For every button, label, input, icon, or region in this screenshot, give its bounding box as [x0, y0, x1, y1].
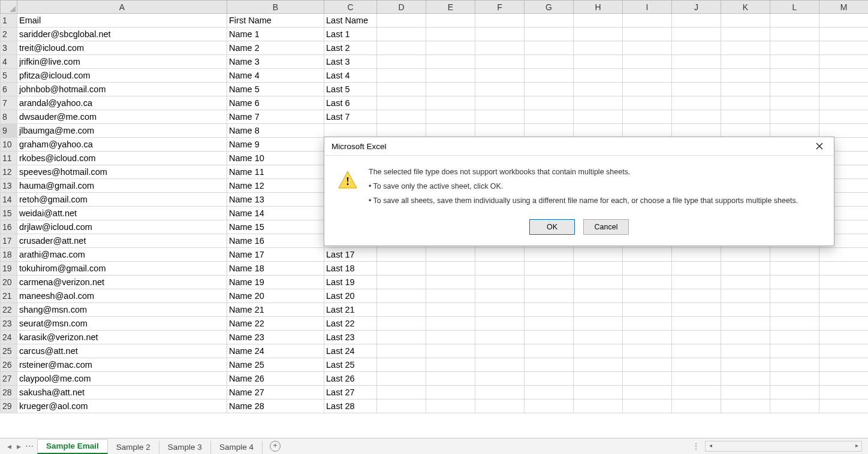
cell-G9[interactable] [525, 124, 574, 138]
cell-L6[interactable] [770, 83, 819, 96]
cell-J26[interactable] [672, 358, 721, 372]
cell-G25[interactable] [525, 344, 574, 358]
row-header-13[interactable]: 13 [1, 179, 17, 193]
cell-H25[interactable] [574, 344, 623, 358]
scroll-track[interactable] [715, 442, 852, 450]
cell-E27[interactable] [426, 372, 475, 386]
cell-M22[interactable] [819, 303, 869, 317]
cell-E28[interactable] [426, 386, 475, 399]
column-header-F[interactable]: F [475, 1, 525, 14]
row-header-17[interactable]: 17 [1, 234, 17, 248]
cell-E18[interactable] [426, 248, 475, 262]
cell-L9[interactable] [770, 124, 819, 138]
cell-A27[interactable]: claypool@me.com [17, 372, 227, 386]
cell-C29[interactable]: Last 28 [324, 399, 377, 413]
cell-B13[interactable]: Name 12 [227, 179, 324, 193]
cell-M9[interactable] [819, 124, 869, 138]
cell-G19[interactable] [525, 262, 574, 276]
cell-D18[interactable] [377, 248, 426, 262]
cell-F8[interactable] [475, 110, 525, 124]
row-header-28[interactable]: 28 [1, 386, 17, 399]
cell-C1[interactable]: Last Name [324, 14, 377, 28]
row-header-2[interactable]: 2 [1, 28, 17, 41]
cell-I18[interactable] [623, 248, 672, 262]
cell-K7[interactable] [721, 96, 770, 110]
cell-M23[interactable] [819, 317, 869, 331]
cell-J6[interactable] [672, 83, 721, 96]
cell-H26[interactable] [574, 358, 623, 372]
cell-C5[interactable]: Last 4 [324, 69, 377, 83]
cell-H4[interactable] [574, 55, 623, 69]
cell-G6[interactable] [525, 83, 574, 96]
cell-M18[interactable] [819, 248, 869, 262]
cell-K1[interactable] [721, 14, 770, 28]
cell-H5[interactable] [574, 69, 623, 83]
cell-B29[interactable]: Name 28 [227, 399, 324, 413]
cell-L26[interactable] [770, 358, 819, 372]
cell-C18[interactable]: Last 17 [324, 248, 377, 262]
cell-E26[interactable] [426, 358, 475, 372]
cell-A3[interactable]: treit@icloud.com [17, 41, 227, 55]
cancel-button[interactable]: Cancel [583, 219, 629, 235]
cell-B5[interactable]: Name 4 [227, 69, 324, 83]
column-header-L[interactable]: L [770, 1, 819, 14]
cell-D20[interactable] [377, 276, 426, 289]
cell-K2[interactable] [721, 28, 770, 41]
cell-G26[interactable] [525, 358, 574, 372]
cell-B11[interactable]: Name 10 [227, 152, 324, 165]
cell-I1[interactable] [623, 14, 672, 28]
cell-G29[interactable] [525, 399, 574, 413]
dialog-close-button[interactable] [811, 140, 828, 153]
cell-C20[interactable]: Last 19 [324, 276, 377, 289]
cell-E24[interactable] [426, 331, 475, 344]
cell-I3[interactable] [623, 41, 672, 55]
cell-F2[interactable] [475, 28, 525, 41]
cell-A2[interactable]: saridder@sbcglobal.net [17, 28, 227, 41]
cell-A8[interactable]: dwsauder@me.com [17, 110, 227, 124]
cell-A28[interactable]: sakusha@att.net [17, 386, 227, 399]
cell-K8[interactable] [721, 110, 770, 124]
cell-K21[interactable] [721, 289, 770, 303]
cell-I23[interactable] [623, 317, 672, 331]
cell-C26[interactable]: Last 25 [324, 358, 377, 372]
cell-I28[interactable] [623, 386, 672, 399]
cell-E23[interactable] [426, 317, 475, 331]
cell-F22[interactable] [475, 303, 525, 317]
cell-C7[interactable]: Last 6 [324, 96, 377, 110]
cell-C9[interactable] [324, 124, 377, 138]
cell-F7[interactable] [475, 96, 525, 110]
row-header-22[interactable]: 22 [1, 303, 17, 317]
row-header-29[interactable]: 29 [1, 399, 17, 413]
row-header-4[interactable]: 4 [1, 55, 17, 69]
cell-K5[interactable] [721, 69, 770, 83]
cell-K24[interactable] [721, 331, 770, 344]
cell-D5[interactable] [377, 69, 426, 83]
cell-M4[interactable] [819, 55, 869, 69]
cell-D7[interactable] [377, 96, 426, 110]
cell-K26[interactable] [721, 358, 770, 372]
cell-H1[interactable] [574, 14, 623, 28]
row-header-11[interactable]: 11 [1, 152, 17, 165]
cell-A24[interactable]: karasik@verizon.net [17, 331, 227, 344]
cell-G2[interactable] [525, 28, 574, 41]
cell-K29[interactable] [721, 399, 770, 413]
cell-C25[interactable]: Last 24 [324, 344, 377, 358]
cell-L8[interactable] [770, 110, 819, 124]
cell-B26[interactable]: Name 25 [227, 358, 324, 372]
cell-F23[interactable] [475, 317, 525, 331]
cell-E19[interactable] [426, 262, 475, 276]
row-header-19[interactable]: 19 [1, 262, 17, 276]
cell-J3[interactable] [672, 41, 721, 55]
cell-A16[interactable]: drjlaw@icloud.com [17, 220, 227, 234]
cell-D23[interactable] [377, 317, 426, 331]
cell-J23[interactable] [672, 317, 721, 331]
row-header-23[interactable]: 23 [1, 317, 17, 331]
cell-M21[interactable] [819, 289, 869, 303]
cell-C22[interactable]: Last 21 [324, 303, 377, 317]
cell-M1[interactable] [819, 14, 869, 28]
cell-D19[interactable] [377, 262, 426, 276]
cell-C27[interactable]: Last 26 [324, 372, 377, 386]
cell-D26[interactable] [377, 358, 426, 372]
cell-B4[interactable]: Name 3 [227, 55, 324, 69]
cell-A11[interactable]: rkobes@icloud.com [17, 152, 227, 165]
